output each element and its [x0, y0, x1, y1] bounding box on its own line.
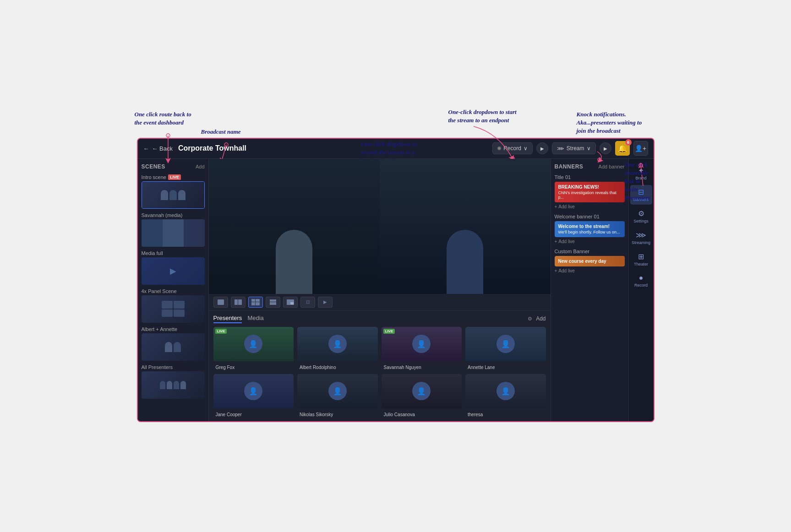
- scene-thumb-intro: [142, 182, 204, 208]
- rail-banners[interactable]: ⊟ Banners: [630, 185, 652, 205]
- rail-record[interactable]: ● Record: [630, 271, 652, 290]
- scene-label-all-presenters: All Presenters: [142, 364, 205, 370]
- rail-brand[interactable]: ✦ Brand: [630, 163, 652, 183]
- stream-icon: ⋙: [557, 146, 564, 152]
- jane-preview: 👤: [213, 374, 294, 408]
- scene-item-savannah[interactable]: Savannah (media): [142, 212, 205, 247]
- back-arrow-icon: ←: [143, 145, 149, 152]
- record-button[interactable]: Record ∨: [492, 142, 533, 154]
- banner-welcome-add-btn[interactable]: + Add live: [555, 239, 625, 244]
- theresa-preview: 👤: [465, 374, 546, 408]
- rail-settings[interactable]: ⚙ Settings: [630, 206, 652, 226]
- julio-name-bar: Julio Casanova: [382, 408, 462, 418]
- scene-item-4x-panel[interactable]: 4x Panel Scene: [142, 288, 205, 323]
- play-icon: ▶: [540, 146, 544, 151]
- banner-title01-add-btn[interactable]: + Add live: [555, 204, 625, 209]
- scene-preview-albert-annette[interactable]: [142, 333, 205, 361]
- 4x-panel-thumb: [142, 295, 205, 323]
- add-presenter-button[interactable]: Add: [536, 315, 546, 322]
- live-badge-intro: LIVE: [168, 174, 181, 180]
- layout-stack-btn[interactable]: [266, 297, 280, 308]
- tab-presenters[interactable]: Presenters: [213, 315, 242, 323]
- albert-preview: 👤: [297, 327, 378, 361]
- scene-preview-intro[interactable]: [142, 181, 205, 209]
- scene-preview-4x-panel[interactable]: [142, 295, 205, 323]
- annette-preview: 👤: [465, 327, 546, 361]
- theresa-name: theresa: [468, 412, 483, 417]
- presenter-card-theresa[interactable]: 👤 theresa: [465, 374, 546, 418]
- layout-split-btn[interactable]: [231, 297, 245, 308]
- banner-card-title01: Title 01 BREAKING NEWS! CNN's investigat…: [555, 174, 625, 209]
- knock-callout: Knock notifications.Aka...presenters wai…: [577, 110, 642, 136]
- presenter-card-annette[interactable]: 👤 Annette Lane: [465, 327, 546, 370]
- banner-title01-label: Title 01: [555, 174, 625, 180]
- layout-single-btn[interactable]: [213, 297, 228, 308]
- layout-controls: ⊡ ▶: [209, 294, 551, 311]
- back-button[interactable]: ← ← Back: [143, 145, 173, 152]
- layout-grid-btn[interactable]: [248, 297, 263, 308]
- presenters-tabs: Presenters Media: [213, 315, 264, 323]
- layout-stack-icon: [270, 299, 276, 305]
- savannah-live-badge: LIVE: [383, 329, 395, 334]
- banner-preview-welcome: Welcome to the stream! We'll begin short…: [555, 221, 625, 237]
- scene-item-albert-annette[interactable]: Albert + Annette: [142, 326, 205, 361]
- scene-label-savannah: Savannah (media): [142, 212, 205, 218]
- layout-play-icon: ▶: [323, 299, 327, 304]
- add-live-icon: +: [555, 204, 557, 209]
- annette-name: Annette Lane: [468, 365, 495, 370]
- rail-theater[interactable]: ⊞ Theater: [630, 250, 652, 269]
- record-rail-label: Record: [634, 283, 648, 288]
- scene-item-intro[interactable]: Intro scene LIVE: [142, 174, 205, 209]
- person-left: [209, 159, 380, 294]
- notification-button[interactable]: 🔔 6: [615, 141, 630, 156]
- page-wrapper: One click route back tothe event dashboa…: [137, 110, 655, 422]
- stream-play-button[interactable]: ▶: [600, 142, 611, 154]
- banners-panel: Banners Add banner Title 01 BREAKING NEW…: [551, 159, 628, 421]
- banner-custom-add-btn[interactable]: + Add live: [555, 268, 625, 273]
- scene-preview-all-presenters[interactable]: [142, 371, 205, 399]
- banner-preview-custom: New course every day: [555, 256, 625, 266]
- layout-screen-icon: ⊡: [306, 299, 310, 304]
- layout-pip-icon: [287, 299, 294, 305]
- presenter-card-jane[interactable]: 👤 Jane Cooper: [213, 374, 294, 418]
- tab-media[interactable]: Media: [247, 315, 263, 323]
- notification-badge: 6: [625, 139, 632, 146]
- stream-play-icon: ▶: [604, 146, 607, 151]
- julio-name: Julio Casanova: [384, 412, 415, 417]
- invite-button[interactable]: 👤+: [633, 141, 648, 156]
- banners-rail-label: Banners: [633, 197, 649, 202]
- savannah-name-bar: Savannah Nguyen: [382, 361, 462, 370]
- theater-icon: ⊞: [638, 252, 644, 261]
- julio-preview: 👤: [382, 374, 462, 408]
- record-play-button[interactable]: ▶: [536, 142, 548, 154]
- rail-streaming[interactable]: ⋙ Streaming: [630, 228, 652, 248]
- annette-avatar: 👤: [496, 335, 515, 353]
- presenter-card-savannah[interactable]: LIVE 👤 Savannah Nguyen: [382, 327, 462, 370]
- scene-item-media-full[interactable]: Media full ▶: [142, 250, 205, 285]
- stream-chevron-icon: ∨: [587, 145, 591, 152]
- scenes-add-button[interactable]: Add: [196, 164, 205, 169]
- presenter-card-albert[interactable]: 👤 Albert Rodolphino: [297, 327, 378, 370]
- presenter-card-julio[interactable]: 👤 Julio Casanova: [382, 374, 462, 418]
- presenter-card-nikolas[interactable]: 👤 Nikolas Sikorsky: [297, 374, 378, 418]
- stream-button[interactable]: ⋙ Stream ∨: [552, 142, 596, 154]
- back-label: ← Back: [152, 145, 173, 152]
- layout-pip-btn[interactable]: [283, 297, 298, 308]
- greg-fox-name: Greg Fox: [216, 365, 235, 370]
- annette-name-bar: Annette Lane: [465, 361, 546, 370]
- layout-screen-btn[interactable]: ⊡: [300, 297, 315, 308]
- nikolas-name-bar: Nikolas Sikorsky: [297, 408, 378, 418]
- scene-preview-savannah[interactable]: [142, 219, 205, 247]
- banner-custom-label: Custom Banner: [555, 249, 625, 254]
- welcome-title: Welcome to the stream!: [558, 224, 621, 229]
- presenter-card-greg-fox[interactable]: LIVE 👤 Greg Fox: [213, 327, 294, 370]
- scene-preview-media-full[interactable]: ▶: [142, 257, 205, 285]
- add-banner-button[interactable]: Add banner: [599, 164, 625, 169]
- theresa-name-bar: theresa: [465, 408, 546, 418]
- presenters-section: Presenters Media ⚙ Add LIVE: [209, 311, 551, 421]
- settings-icon[interactable]: ⚙: [528, 316, 532, 322]
- savannah-avatar: 👤: [412, 335, 431, 353]
- scene-item-all-presenters[interactable]: All Presenters: [142, 364, 205, 399]
- greg-fox-preview: LIVE 👤: [213, 327, 294, 361]
- layout-play-btn[interactable]: ▶: [318, 297, 333, 308]
